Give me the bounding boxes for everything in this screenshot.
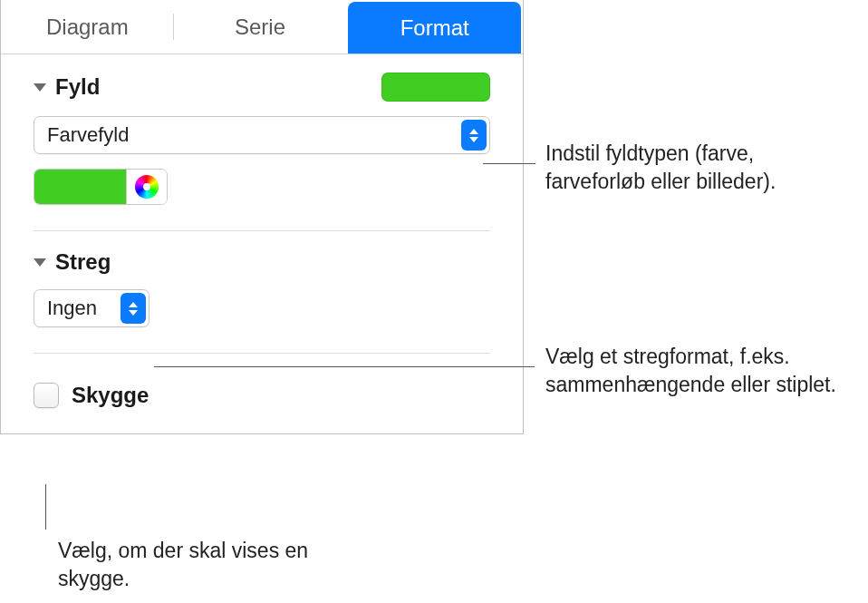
tab-label: Diagram xyxy=(46,15,129,40)
callout-fill: Indstil fyldtypen (farve, farveforløb el… xyxy=(545,140,835,196)
callout-line xyxy=(45,484,46,530)
stroke-section: Streg Ingen xyxy=(1,231,523,336)
tab-diagram[interactable]: Diagram xyxy=(1,0,174,53)
fill-title: Fyld xyxy=(55,74,100,100)
tab-serie[interactable]: Serie xyxy=(174,0,347,53)
chevron-down-icon xyxy=(34,83,46,92)
callout-shadow: Vælg, om der skal vises en skygge. xyxy=(58,537,312,593)
fill-preview-swatch[interactable] xyxy=(381,73,490,102)
stroke-style-dropdown[interactable]: Ingen xyxy=(34,289,149,327)
format-panel: Diagram Serie Format Fyld Farvefyld xyxy=(0,0,524,434)
stepper-arrows-icon xyxy=(461,120,487,151)
callout-stroke: Vælg et stregformat, f.eks. sammenhængen… xyxy=(545,343,854,399)
tab-bar: Diagram Serie Format xyxy=(1,0,523,54)
dropdown-value: Farvefyld xyxy=(47,123,129,147)
shadow-checkbox[interactable] xyxy=(34,383,59,408)
color-wheel-button[interactable] xyxy=(127,170,167,204)
fill-color-swatch[interactable] xyxy=(34,170,127,204)
shadow-label: Skygge xyxy=(72,383,149,408)
tab-label: Format xyxy=(400,15,469,41)
fill-section: Fyld Farvefyld xyxy=(1,54,523,214)
tab-label: Serie xyxy=(235,15,285,40)
stepper-arrows-icon xyxy=(121,293,146,324)
fill-title-wrap[interactable]: Fyld xyxy=(34,74,100,100)
color-wheel-icon xyxy=(135,175,159,199)
dropdown-value: Ingen xyxy=(47,297,97,320)
stroke-title: Streg xyxy=(55,249,111,275)
fill-color-picker xyxy=(34,169,168,205)
chevron-down-icon xyxy=(34,258,46,267)
tab-format[interactable]: Format xyxy=(348,2,521,53)
callout-line xyxy=(483,163,535,164)
fill-header: Fyld xyxy=(34,73,490,102)
callout-line xyxy=(154,366,535,367)
shadow-row: Skygge xyxy=(1,383,523,433)
divider xyxy=(34,353,490,354)
stroke-title-wrap[interactable]: Streg xyxy=(34,249,111,275)
fill-type-dropdown[interactable]: Farvefyld xyxy=(34,116,490,154)
stroke-header: Streg xyxy=(34,249,490,275)
